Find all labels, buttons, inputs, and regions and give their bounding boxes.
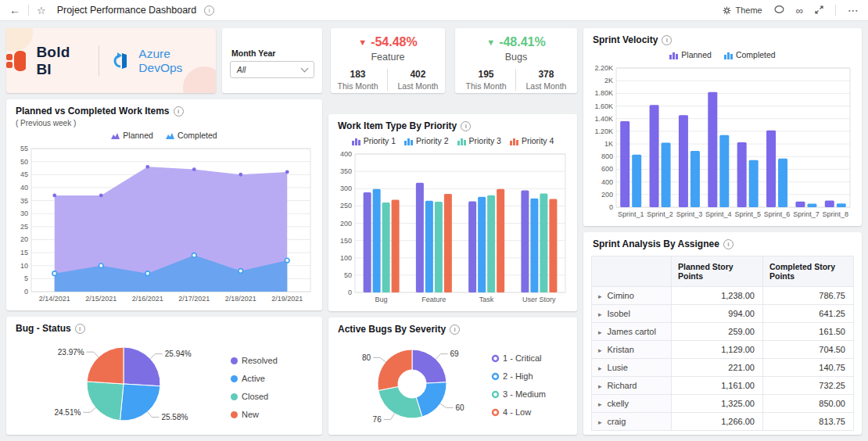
bar[interactable] (392, 199, 400, 292)
fullscreen-icon[interactable] (815, 5, 823, 16)
bar[interactable] (521, 190, 529, 292)
data-point[interactable] (239, 173, 242, 177)
expand-icon[interactable]: ▸ (598, 292, 602, 300)
bar[interactable] (382, 203, 390, 292)
bar[interactable] (766, 131, 776, 207)
bar[interactable] (807, 204, 816, 207)
bar-chart[interactable]: 050100150200250300350400BugFeatureTaskUs… (335, 150, 571, 305)
info-icon[interactable] (450, 324, 460, 335)
legend-item[interactable]: Priority 2 (404, 136, 448, 145)
legend-item[interactable]: Planned (111, 131, 153, 140)
month-year-dropdown[interactable]: All (230, 61, 314, 78)
data-point[interactable] (145, 271, 150, 276)
bar[interactable] (468, 202, 476, 292)
more-options-icon[interactable]: ⋯ (848, 5, 859, 16)
legend-item[interactable]: Priority 4 (510, 136, 554, 145)
data-point[interactable] (52, 193, 56, 197)
expand-icon[interactable]: ▸ (598, 346, 602, 354)
comment-icon[interactable] (774, 5, 784, 16)
dashboard-info-icon[interactable] (204, 5, 214, 16)
bar[interactable] (364, 192, 371, 292)
data-point[interactable] (145, 165, 149, 169)
bar[interactable] (530, 199, 538, 292)
bar[interactable] (632, 155, 641, 207)
info-icon[interactable] (662, 35, 672, 45)
bar[interactable] (825, 201, 834, 207)
bar[interactable] (708, 92, 717, 207)
data-point[interactable] (99, 193, 103, 197)
table-row[interactable]: ▸ckelly1,325.00850.00 (592, 395, 854, 413)
table-row[interactable]: ▸James cartol259.00161.50 (592, 323, 854, 341)
slice[interactable] (87, 347, 124, 384)
data-point[interactable] (239, 269, 243, 274)
legend-item[interactable]: Active (230, 374, 278, 383)
info-icon[interactable] (461, 121, 471, 131)
legend-item[interactable]: Resolved (230, 356, 278, 365)
bar[interactable] (425, 201, 433, 292)
favorite-star-icon[interactable]: ☆ (37, 5, 46, 16)
expand-icon[interactable]: ▸ (598, 328, 602, 336)
data-point[interactable] (192, 253, 196, 258)
bar[interactable] (650, 105, 659, 207)
bar[interactable] (690, 151, 700, 207)
bar[interactable] (435, 202, 443, 292)
table-row[interactable]: ▸Lusie221.00140.75 (592, 359, 854, 377)
bar[interactable] (837, 203, 846, 207)
data-point[interactable] (192, 167, 196, 171)
legend-item[interactable]: 3 - Medium (491, 389, 546, 399)
table-row[interactable]: ▸Isobel994.00641.25 (592, 305, 854, 323)
bar[interactable] (416, 183, 424, 292)
bar[interactable] (662, 142, 671, 207)
bar[interactable] (737, 142, 747, 207)
data-point[interactable] (52, 271, 57, 276)
legend-item[interactable]: Completed (724, 50, 776, 59)
table-row[interactable]: ▸Richard1,161.00732.25 (592, 377, 854, 395)
bar[interactable] (487, 195, 495, 292)
bar[interactable] (620, 121, 629, 207)
legend-item[interactable]: 1 - Critical (491, 353, 546, 363)
bar[interactable] (497, 189, 504, 292)
legend-item[interactable]: 2 - High (491, 371, 546, 381)
slice[interactable] (378, 386, 422, 418)
bar[interactable] (795, 202, 805, 207)
column-header[interactable]: Planned Story Points (672, 256, 763, 287)
bar[interactable] (373, 189, 381, 292)
slice[interactable] (120, 384, 160, 421)
expand-icon[interactable]: ▸ (598, 418, 602, 426)
bar[interactable] (444, 194, 452, 292)
slice[interactable] (412, 350, 447, 383)
link-icon[interactable]: ∞ (796, 5, 803, 16)
bar[interactable] (478, 197, 486, 292)
data-point[interactable] (99, 264, 103, 268)
expand-icon[interactable]: ▸ (598, 310, 602, 318)
table-row[interactable]: ▸Cimino1,238.00786.75 (592, 287, 854, 305)
area-chart[interactable]: 05101520253035404550552/14/20212/15/2021… (13, 145, 316, 304)
bar[interactable] (679, 115, 688, 207)
table-row[interactable]: ▸Kristan1,129.00704.50 (592, 341, 854, 359)
bar[interactable] (778, 159, 787, 207)
table-row[interactable]: ▸craig1,266.00813.75 (592, 413, 854, 431)
column-header[interactable] (592, 256, 672, 287)
back-icon[interactable]: ← (9, 5, 20, 16)
slice[interactable] (87, 382, 124, 421)
bar[interactable] (749, 160, 759, 207)
bar[interactable] (719, 135, 729, 207)
legend-item[interactable]: 4 - Low (491, 407, 546, 417)
legend-item[interactable]: New (230, 410, 278, 419)
legend-item[interactable]: Closed (230, 392, 278, 401)
data-point[interactable] (285, 258, 289, 263)
slice[interactable] (124, 347, 160, 386)
legend-item[interactable]: Priority 3 (457, 136, 501, 145)
bar-chart[interactable]: 02004006008001K1.20K1.40K1.60K1.80K2K2.2… (590, 64, 855, 220)
slice[interactable] (378, 350, 412, 390)
legend-item[interactable]: Priority 1 (352, 136, 396, 145)
legend-item[interactable]: Completed (166, 131, 217, 140)
expand-icon[interactable]: ▸ (598, 364, 602, 372)
legend-item[interactable]: Planned (669, 50, 712, 59)
theme-button[interactable]: Theme (723, 5, 762, 15)
expand-icon[interactable]: ▸ (598, 382, 602, 390)
bar[interactable] (549, 199, 557, 292)
info-icon[interactable] (75, 324, 85, 334)
info-icon[interactable] (723, 239, 733, 249)
data-point[interactable] (285, 170, 289, 174)
